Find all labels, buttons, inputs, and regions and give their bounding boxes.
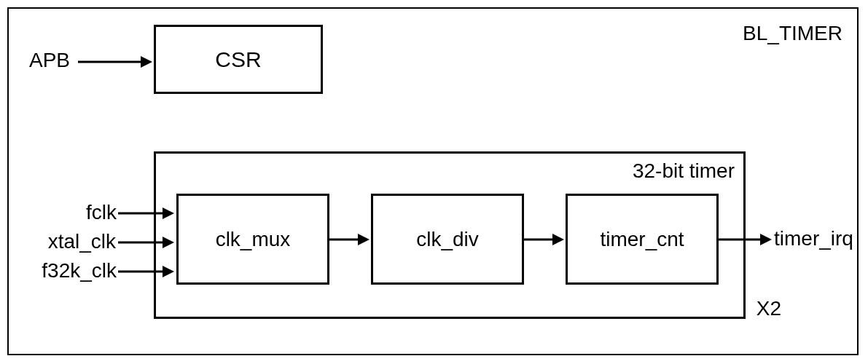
csr-block: CSR (154, 25, 323, 94)
multiplier-label: X2 (756, 297, 781, 320)
timer-irq-label: timer_irq (774, 227, 853, 250)
clk-mux-block: clk_mux (176, 194, 329, 285)
svg-marker-13 (760, 234, 772, 245)
svg-marker-11 (552, 234, 564, 245)
timer-container: 32-bit timer clk_mux clk_div timer_cnt X… (154, 151, 746, 319)
clk-div-block: clk_div (371, 194, 524, 285)
timer-cnt-block: timer_cnt (566, 194, 719, 285)
apb-arrow (78, 60, 158, 74)
timer-title: 32-bit timer (633, 159, 735, 183)
clk-mux-label: clk_mux (216, 228, 291, 251)
input-f32kclk-label: f32k_clk (34, 259, 117, 282)
module-title: BL_TIMER (743, 22, 842, 45)
svg-marker-9 (358, 234, 370, 245)
outer-container: BL_TIMER APB CSR fclk xtal_clk f32k_clk … (7, 7, 859, 355)
input-xtalclk-label: xtal_clk (36, 230, 116, 253)
svg-marker-1 (141, 56, 152, 68)
timer-cnt-label: timer_cnt (600, 228, 684, 251)
input-fclk-label: fclk (73, 201, 117, 224)
csr-label: CSR (215, 47, 261, 72)
clk-div-label: clk_div (416, 228, 479, 251)
apb-input-label: APB (29, 49, 70, 72)
